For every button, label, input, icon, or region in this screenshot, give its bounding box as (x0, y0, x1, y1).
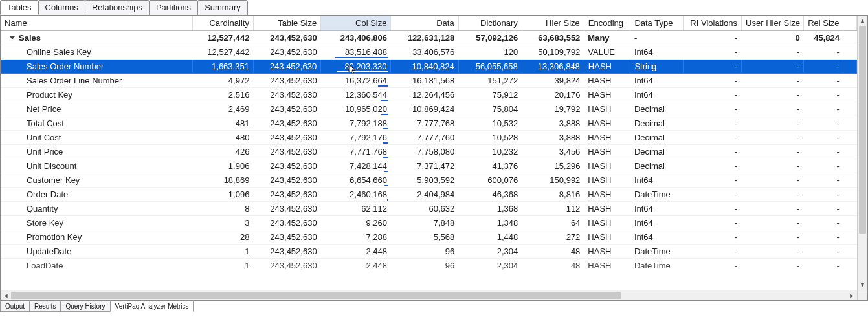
table-row[interactable]: Store Key3243,452,6309,2607,8481,34864HA… (1, 216, 857, 230)
bottom-tab-vertipaq-analyzer-metrics[interactable]: VertiPaq Analyzer Metrics (110, 301, 194, 312)
table-row[interactable]: LoadDate1243,452,6302,448962,30448HASHDa… (1, 259, 857, 273)
expander-icon[interactable] (10, 36, 15, 39)
cell-enc: HASH (584, 216, 630, 230)
cell-dtype: Decimal (630, 131, 684, 145)
cell-extra (843, 145, 857, 159)
cell-hier: 64 (522, 216, 584, 230)
cell-name: Unit Discount (1, 159, 192, 173)
cell-data: 96 (391, 259, 458, 273)
top-tab-summary[interactable]: Summary (197, 0, 248, 15)
col-size-bar (388, 228, 388, 229)
top-tab-tables[interactable]: Tables (0, 0, 39, 15)
table-row[interactable]: Online Sales Key12,527,442243,452,63083,… (1, 45, 857, 60)
vscroll-thumb[interactable] (859, 26, 866, 234)
col-header-riv[interactable]: RI Violations (684, 16, 742, 31)
scroll-left-button[interactable]: ◄ (1, 290, 11, 300)
table-row[interactable]: Unit Price426243,452,6307,771,7687,758,0… (1, 145, 857, 159)
hscroll-thumb[interactable] (11, 292, 621, 299)
cell-uhs: - (742, 188, 804, 202)
cell-data: 10,869,424 (391, 102, 458, 116)
scroll-up-button[interactable]: ▲ (858, 16, 867, 26)
scroll-right-button[interactable]: ► (847, 290, 857, 300)
cell-enc: HASH (584, 131, 630, 145)
cell-riv: - (684, 45, 742, 60)
col-header-extra[interactable] (843, 16, 857, 31)
cell-dict: 75,912 (458, 88, 522, 102)
col-header-uhs[interactable]: User Hier Size (742, 16, 804, 31)
cell-extra (843, 45, 857, 60)
cell-data: 16,181,568 (391, 74, 458, 88)
table-row[interactable]: Net Price2,469243,452,63010,965,02010,86… (1, 102, 857, 116)
table-group-row[interactable]: Sales12,527,442243,452,630243,406,806122… (1, 31, 857, 45)
cell-tsize: 243,452,630 (253, 31, 320, 45)
cell-dict: 2,304 (458, 259, 522, 273)
cell-riv: - (684, 245, 742, 259)
cell-name: Sales (1, 31, 192, 45)
bottom-tab-query-history[interactable]: Query History (60, 301, 110, 312)
cell-enc: HASH (584, 173, 630, 188)
cell-name-text: Sales Order Line Number (27, 76, 122, 85)
col-header-hier[interactable]: Hier Size (522, 16, 584, 31)
col-header-card[interactable]: Cardinality (192, 16, 253, 31)
cell-name: Sales Order Number (1, 60, 192, 74)
col-header-rsize[interactable]: Rel Size (804, 16, 843, 31)
cell-name: Unit Cost (1, 131, 192, 145)
table-row[interactable]: UpdateDate1243,452,6302,448962,30448HASH… (1, 245, 857, 259)
table-row[interactable]: Promotion Key28243,452,6307,2885,5681,44… (1, 230, 857, 245)
col-header-csize[interactable]: Col Size (321, 16, 391, 31)
cell-riv: - (684, 173, 742, 188)
cell-csize: 2,460,168 (321, 188, 391, 202)
vertical-scrollbar[interactable]: ▲ ▼ (857, 16, 867, 290)
cell-extra (843, 116, 857, 131)
cell-tsize: 243,452,630 (253, 188, 320, 202)
cell-tsize: 243,452,630 (253, 74, 320, 88)
table-row[interactable]: Quantity8243,452,63062,11260,6321,368112… (1, 202, 857, 216)
col-size-bar (388, 270, 388, 272)
scroll-down-button[interactable]: ▼ (858, 279, 867, 290)
bottom-tab-results[interactable]: Results (29, 301, 61, 312)
table-row[interactable]: Order Date1,096243,452,6302,460,1682,404… (1, 188, 857, 202)
cell-tsize: 243,452,630 (253, 202, 320, 216)
top-tab-relationships[interactable]: Relationships (85, 0, 150, 15)
cell-uhs: - (742, 131, 804, 145)
col-header-tsize[interactable]: Table Size (253, 16, 320, 31)
table-row[interactable]: Total Cost481243,452,6307,792,1887,777,7… (1, 116, 857, 131)
cell-data: 7,758,080 (391, 145, 458, 159)
hscroll-track[interactable] (11, 290, 847, 300)
col-header-dict[interactable]: Dictionary (458, 16, 522, 31)
table-row[interactable]: Customer Key18,869243,452,6306,654,6605,… (1, 173, 857, 188)
cell-dtype: - (630, 31, 684, 45)
cell-rsize: - (804, 188, 843, 202)
col-size-bar (378, 85, 388, 87)
table-row[interactable]: Sales Order Line Number4,972243,452,6301… (1, 74, 857, 88)
table-row[interactable]: Product Key2,516243,452,63012,360,54412,… (1, 88, 857, 102)
cell-dtype: DateTime (630, 245, 684, 259)
cell-riv: - (684, 88, 742, 102)
cell-extra (843, 202, 857, 216)
top-tab-partitions[interactable]: Partitions (149, 0, 198, 15)
col-size-bar (388, 213, 388, 215)
vscroll-track[interactable] (858, 26, 867, 279)
cell-uhs: - (742, 173, 804, 188)
col-header-enc[interactable]: Encoding (584, 16, 630, 31)
cell-csize: 2,448 (321, 259, 391, 273)
table-row[interactable]: Unit Cost480243,452,6307,792,1767,777,76… (1, 131, 857, 145)
col-header-dtype[interactable]: Data Type (630, 16, 684, 31)
cell-riv: - (684, 216, 742, 230)
top-tab-columns[interactable]: Columns (38, 0, 85, 15)
cell-data: 60,632 (391, 202, 458, 216)
cell-csize: 2,448 (321, 245, 391, 259)
bottom-tab-output[interactable]: Output (0, 301, 30, 312)
col-size-bar (384, 171, 388, 172)
col-header-data[interactable]: Data (391, 16, 458, 31)
cell-tsize: 243,452,630 (253, 116, 320, 131)
cell-uhs: - (742, 202, 804, 216)
horizontal-scrollbar[interactable]: ◄ ► (1, 290, 857, 300)
col-header-name[interactable]: Name (1, 16, 192, 31)
table-row[interactable]: Unit Discount1,906243,452,6307,428,1447,… (1, 159, 857, 173)
cell-riv: - (684, 230, 742, 245)
cell-csize: 12,360,544 (321, 88, 391, 102)
cell-enc: Many (584, 31, 630, 45)
table-row[interactable]: Sales Order Number1,663,351243,452,63080… (1, 60, 857, 74)
cell-tsize: 243,452,630 (253, 131, 320, 145)
